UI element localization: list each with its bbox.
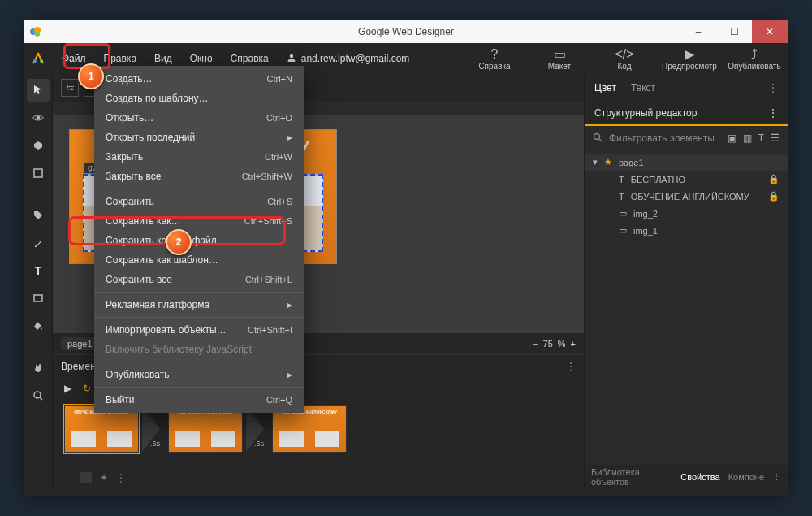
svg-point-5 bbox=[290, 54, 293, 57]
menu-item[interactable]: Опубликовать▸ bbox=[94, 365, 304, 384]
tab-components[interactable]: Компоне bbox=[728, 472, 764, 482]
tool-zoom[interactable] bbox=[27, 384, 50, 407]
breadcrumb-page[interactable]: page1 bbox=[61, 337, 99, 350]
image-icon: ▭ bbox=[619, 225, 627, 236]
tool-3drotate[interactable] bbox=[27, 106, 50, 129]
view-grid-icon[interactable]: ▥ bbox=[743, 132, 752, 144]
zoom-in-button[interactable]: + bbox=[571, 339, 576, 349]
view-list-icon[interactable]: ☰ bbox=[771, 132, 780, 144]
panel-more-icon[interactable]: ⋮ bbox=[768, 107, 778, 119]
tool-selection[interactable] bbox=[27, 79, 50, 102]
menu-view[interactable]: Вид bbox=[146, 50, 180, 67]
lock-icon[interactable]: 🔒 bbox=[768, 191, 780, 202]
tree-row[interactable]: T БЕСПЛАТНО 🔒 bbox=[585, 171, 788, 188]
tab-text[interactable]: Текст bbox=[631, 82, 655, 93]
menu-item[interactable]: ЗакрытьCtrl+W bbox=[94, 147, 304, 167]
annotation-badge-1: 1 bbox=[78, 63, 104, 89]
chevron-right-icon: ▸ bbox=[287, 132, 292, 143]
tab-color[interactable]: Цвет bbox=[594, 82, 616, 93]
menu-item[interactable]: Сохранить как…Ctrl+Shift+S bbox=[94, 211, 304, 231]
menu-window[interactable]: Окно bbox=[182, 50, 221, 67]
tree-row[interactable]: ▭ img_1 bbox=[585, 222, 788, 239]
menu-item[interactable]: Сохранить всеCtrl+Shift+L bbox=[94, 270, 304, 289]
right-panel: Цвет Текст ⋮ Структурный редактор ⋮ Филь… bbox=[584, 74, 788, 489]
tool-shape[interactable] bbox=[27, 287, 50, 310]
tree-row[interactable]: ▭ img_2 bbox=[585, 205, 788, 222]
tool-element[interactable] bbox=[27, 162, 50, 184]
add-page-button[interactable] bbox=[80, 472, 92, 483]
menu-item: Включить библиотеку JavaScript bbox=[94, 340, 304, 359]
align-left-icon[interactable]: ⮀ bbox=[61, 79, 79, 97]
add-icon[interactable]: ✦ bbox=[100, 472, 108, 483]
tool-text[interactable]: T bbox=[27, 259, 50, 282]
text-icon: T bbox=[619, 192, 624, 202]
help-icon: ? bbox=[466, 47, 523, 62]
tree-row[interactable]: T ОБУЧЕНИЕ АНГЛИЙСКОМУ 🔒 bbox=[585, 188, 788, 205]
image-icon: ▭ bbox=[619, 208, 627, 219]
menu-item[interactable]: Создать по шаблону… bbox=[94, 89, 304, 108]
menu-item[interactable]: Рекламная платформа▸ bbox=[94, 295, 304, 314]
app-icon bbox=[24, 20, 47, 43]
menu-item[interactable]: ВыйтиCtrl+Q bbox=[94, 390, 304, 410]
chevron-right-icon: ▸ bbox=[287, 369, 292, 380]
panel-more-icon[interactable]: ⋮ bbox=[772, 472, 781, 483]
panel-more-icon[interactable]: ⋮ bbox=[768, 82, 778, 93]
menu-item[interactable]: Сохранить как шаблон… bbox=[94, 250, 304, 270]
view-image-icon[interactable]: ▣ bbox=[728, 132, 736, 144]
toolbar-preview[interactable]: ▶Предпросмотр bbox=[661, 47, 718, 71]
view-text-icon[interactable]: T bbox=[758, 132, 764, 144]
menu-item[interactable]: Создать…Ctrl+N bbox=[94, 69, 304, 89]
menu-item[interactable]: Импортировать объекты…Ctrl+Shift+I bbox=[94, 320, 304, 340]
menu-item[interactable]: Открыть…Ctrl+O bbox=[94, 108, 304, 128]
window-maximize-button[interactable]: ☐ bbox=[716, 20, 752, 43]
bottom-left-controls: ✦ ⋮ bbox=[80, 470, 126, 486]
layout-icon: ▭ bbox=[531, 47, 588, 62]
chevron-right-icon: ▸ bbox=[287, 299, 292, 310]
user-email: and.rew.lptw@gmail.com bbox=[301, 53, 410, 64]
preview-icon: ▶ bbox=[661, 47, 718, 62]
toolbar-code[interactable]: </>Код bbox=[596, 47, 653, 71]
zoom-value[interactable]: 75 bbox=[543, 339, 553, 349]
chevron-down-icon[interactable]: ▾ bbox=[593, 157, 598, 167]
user-icon bbox=[287, 53, 296, 65]
menu-edit[interactable]: Правка bbox=[96, 50, 145, 67]
more-icon[interactable]: ⋮ bbox=[116, 472, 126, 483]
tab-properties[interactable]: Свойства bbox=[680, 472, 719, 482]
timeline-play-button[interactable]: ▶ bbox=[64, 383, 71, 394]
toolbar-layout[interactable]: ▭Макет bbox=[531, 47, 588, 71]
window-minimize-button[interactable]: – bbox=[680, 20, 716, 43]
svg-point-3 bbox=[33, 59, 37, 63]
tool-3dtranslate[interactable] bbox=[27, 134, 50, 157]
svg-point-7 bbox=[37, 116, 40, 119]
tool-fill[interactable] bbox=[27, 314, 50, 337]
lock-icon[interactable]: 🔒 bbox=[768, 174, 780, 184]
outline-title: Структурный редактор bbox=[594, 107, 697, 119]
tool-hand[interactable] bbox=[27, 357, 50, 379]
tool-pen[interactable] bbox=[27, 232, 50, 254]
menu-item[interactable]: Сохранить как ZIP-файл bbox=[94, 231, 304, 250]
file-menu-dropdown: Создать…Ctrl+NСоздать по шаблону…Открыть… bbox=[94, 66, 304, 413]
menu-help[interactable]: Справка bbox=[222, 50, 277, 67]
menu-item[interactable]: СохранитьCtrl+S bbox=[94, 192, 304, 211]
svg-point-10 bbox=[34, 392, 41, 398]
timeline-loop-button[interactable]: ↻ bbox=[83, 383, 91, 394]
menu-item[interactable]: Открыть последний▸ bbox=[94, 128, 304, 147]
menu-item[interactable]: Закрыть всеCtrl+Shift+W bbox=[94, 167, 304, 186]
tab-library[interactable]: Библиотека объектов bbox=[591, 467, 672, 487]
tree-row-page[interactable]: ▾ ★ page1 bbox=[585, 154, 788, 171]
window-close-button[interactable]: ✕ bbox=[752, 20, 788, 43]
svg-rect-9 bbox=[34, 295, 42, 301]
gwd-logo-icon bbox=[29, 50, 47, 67]
zoom-out-button[interactable]: − bbox=[533, 339, 538, 349]
svg-point-11 bbox=[594, 133, 600, 139]
timeline-more-icon[interactable]: ⋮ bbox=[566, 361, 576, 372]
annotation-badge-2: 2 bbox=[166, 229, 192, 255]
zoom-unit: % bbox=[558, 339, 566, 349]
tool-tag[interactable] bbox=[27, 204, 50, 227]
toolbar-help[interactable]: ?Справка bbox=[466, 47, 523, 71]
svg-point-2 bbox=[35, 32, 40, 37]
svg-rect-8 bbox=[34, 169, 42, 177]
toolbar-publish[interactable]: ⤴Опубликовать bbox=[726, 47, 783, 71]
filter-input[interactable]: Фильтровать элементы bbox=[609, 132, 721, 144]
publish-icon: ⤴ bbox=[726, 47, 783, 62]
